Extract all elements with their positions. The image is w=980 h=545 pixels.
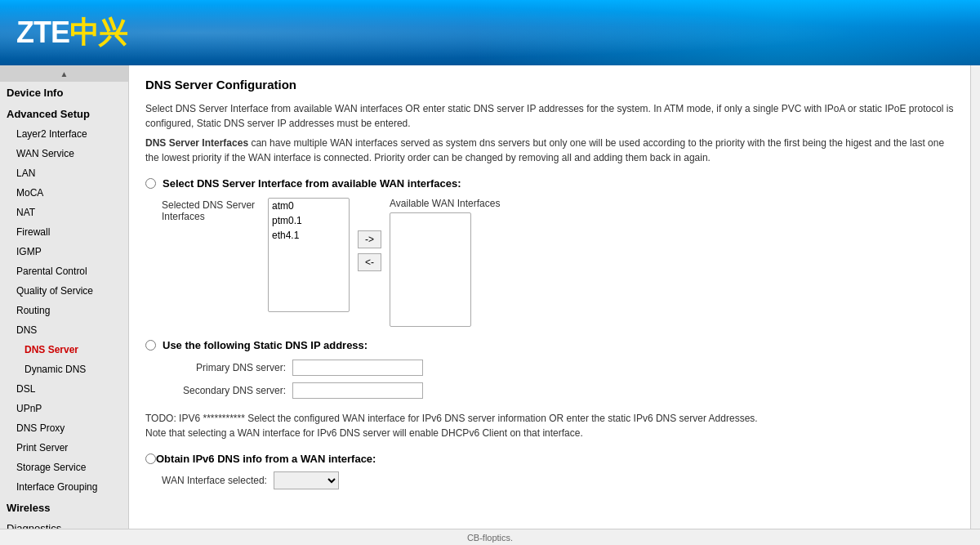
ipv6-radio-row: Obtain IPv6 DNS info from a WAN interfac… [145,453,954,465]
sidebar-item-advanced-setup[interactable]: Advanced Setup [0,103,128,124]
radio1-row: Select DNS Server Interface from availab… [145,177,954,190]
arrow-buttons: -> <- [358,198,381,271]
description2: DNS Server Interfaces can have multiple … [145,136,954,165]
header: ZTE中兴 [0,0,980,65]
sidebar-item-routing[interactable]: Routing [0,301,128,320]
selected-label-line2: Interfaces [162,211,260,222]
todo-note2: Note that selecting a WAN interface for … [145,427,583,439]
arrow-left-button[interactable]: <- [358,253,381,271]
sidebar-item-interface-grouping[interactable]: Interface Grouping [0,477,128,497]
secondary-dns-input[interactable] [292,382,423,399]
section-static-dns: Use the following Static DNS IP address:… [145,339,954,399]
todo-text: TODO: IPV6 *********** Select the config… [145,413,758,424]
sidebar-item-dsl[interactable]: DSL [0,379,128,399]
selected-option-atm0[interactable]: atm0 [269,199,349,213]
available-interfaces-listbox[interactable] [390,212,471,327]
logo-text: ZTE中兴 [16,16,127,49]
primary-dns-row: Primary DNS server: [162,360,954,376]
selected-dns-label: Selected DNS Server Interfaces [162,198,260,222]
section-wan-interfaces: Select DNS Server Interface from availab… [145,177,954,327]
main-content: DNS Server Configuration Select DNS Serv… [129,65,970,545]
available-interfaces-col: Available WAN Interfaces [390,198,500,327]
radio2-row: Use the following Static DNS IP address: [145,339,954,351]
sidebar-item-igmp[interactable]: IGMP [0,242,128,261]
radio-static-dns[interactable] [145,340,156,351]
description2-rest: can have multiple WAN interfaces served … [145,137,944,163]
selected-interfaces-listbox[interactable]: atm0 ptm0.1 eth4.1 [268,198,350,312]
sidebar-item-nat[interactable]: NAT [0,203,128,222]
sidebar-item-layer2-interface[interactable]: Layer2 Interface [0,124,128,144]
arrow-right-button[interactable]: -> [358,230,381,248]
radio-ipv6-wan[interactable] [145,453,156,464]
primary-dns-input[interactable] [292,360,423,376]
radio1-label[interactable]: Select DNS Server Interface from availab… [163,177,461,190]
sidebar-scroll-up[interactable]: ▲ [0,65,128,82]
sidebar-item-dns[interactable]: DNS [0,320,128,340]
available-wan-label: Available WAN Interfaces [390,198,500,209]
primary-dns-label: Primary DNS server: [162,362,292,373]
selected-option-ptm01[interactable]: ptm0.1 [269,213,349,228]
wan-interface-select[interactable] [274,471,339,489]
main-scrollbar[interactable] [970,65,980,545]
ipv6-radio-label[interactable]: Obtain IPv6 DNS info from a WAN interfac… [156,453,376,465]
footer: CB-floptics. [0,529,980,545]
footer-text: CB-floptics. [467,533,513,543]
sidebar-item-print-server[interactable]: Print Server [0,438,128,458]
wan-interface-label: WAN Interface selected: [162,475,267,486]
sidebar-item-dns-proxy[interactable]: DNS Proxy [0,418,128,438]
sidebar-item-upnp[interactable]: UPnP [0,399,128,418]
dns-interface-area: Selected DNS Server Interfaces atm0 ptm0… [162,198,954,327]
sidebar-item-lan[interactable]: LAN [0,163,128,183]
main-layout: ▲ Device Info Advanced Setup Layer2 Inte… [0,65,980,545]
sidebar-item-device-info[interactable]: Device Info [0,82,128,103]
secondary-dns-label: Secondary DNS server: [162,385,292,396]
static-dns-area: Primary DNS server: Secondary DNS server… [162,360,954,399]
sidebar: ▲ Device Info Advanced Setup Layer2 Inte… [0,65,129,545]
page-title: DNS Server Configuration [145,78,954,92]
todo-note: TODO: IPV6 *********** Select the config… [145,411,954,440]
sidebar-item-storage-service[interactable]: Storage Service [0,458,128,477]
selected-label-line1: Selected DNS Server [162,199,260,211]
secondary-dns-row: Secondary DNS server: [162,382,954,399]
sidebar-item-quality-of-service[interactable]: Quality of Service [0,281,128,301]
radio-wan-interfaces[interactable] [145,178,156,189]
wan-interface-select-row: WAN Interface selected: [162,471,954,489]
selected-option-eth41[interactable]: eth4.1 [269,228,349,243]
ipv6-section: Obtain IPv6 DNS info from a WAN interfac… [145,453,954,489]
zte-logo: ZTE中兴 [16,13,127,53]
description2-bold: DNS Server Interfaces [145,137,248,149]
sidebar-item-wan-service[interactable]: WAN Service [0,144,128,163]
sidebar-item-dns-server[interactable]: DNS Server [0,340,128,360]
sidebar-item-firewall[interactable]: Firewall [0,222,128,242]
sidebar-item-wireless[interactable]: Wireless [0,497,128,518]
sidebar-item-dynamic-dns[interactable]: Dynamic DNS [0,360,128,379]
description1: Select DNS Server Interface from availab… [145,101,954,131]
sidebar-item-moca[interactable]: MoCA [0,183,128,203]
radio2-label[interactable]: Use the following Static DNS IP address: [163,339,368,351]
sidebar-item-parental-control[interactable]: Parental Control [0,261,128,281]
